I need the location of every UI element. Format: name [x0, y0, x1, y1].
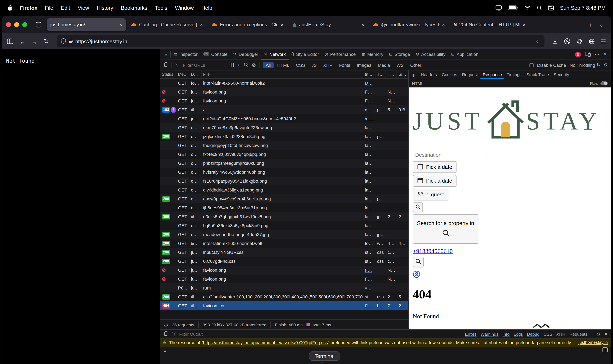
guests-button[interactable]: 1 guest — [413, 189, 448, 200]
console-filter-css[interactable]: CSS — [543, 331, 552, 336]
network-request-row[interactable]: 200 GET .. q0nks5h7ghqgpxh31ws10dv5.png … — [160, 212, 408, 221]
network-column-header[interactable]: D… — [189, 70, 201, 78]
pause-recording-icon[interactable] — [231, 63, 234, 67]
detail-tab-cookies[interactable]: Cookies — [439, 70, 460, 79]
network-type-filter-other[interactable]: Other — [407, 62, 424, 68]
browser-tab-active[interactable]: justhomestay.in/ ✕ — [47, 18, 126, 31]
network-request-row[interactable]: GET c… dlv6dhdrlaw36llgkla1eebg.png la… — [160, 185, 408, 194]
devtools-close-icon[interactable]: ✕ — [603, 52, 607, 57]
network-type-filter-html[interactable]: HTML — [274, 62, 292, 68]
network-request-row[interactable]: PO… ju… rum v… — [160, 284, 408, 292]
menubar-item-file[interactable]: File — [45, 5, 53, 11]
console-filter-xhr[interactable]: XHR — [556, 331, 565, 336]
network-request-row[interactable]: GET fo… inter-latin-ext-600-normal.woff2… — [160, 78, 408, 88]
browser-tab[interactable]: Errors and exceptions · Clou ✕ — [208, 18, 287, 31]
network-column-header[interactable]: Me… — [176, 70, 189, 78]
devtools-tab-memory[interactable]: ▦ Memory — [359, 49, 386, 60]
responsive-design-icon[interactable] — [585, 52, 591, 57]
checkout-date-button[interactable]: Pick a date — [413, 175, 457, 187]
console-filter-debug[interactable]: Debug — [527, 331, 539, 336]
menubar-item-edit[interactable]: Edit — [61, 5, 70, 11]
filter-output-input[interactable] — [179, 331, 224, 336]
battery-icon[interactable] — [508, 5, 518, 10]
network-column-header[interactable]: Si… — [397, 70, 408, 78]
menubar-item-window[interactable]: Window — [175, 5, 194, 11]
menubar-item-view[interactable]: View — [78, 5, 89, 11]
network-request-row[interactable]: GET c… thulgnqqeyp10fo5fmcawc5w.png la… — [160, 141, 408, 150]
network-type-filter-css[interactable]: CSS — [293, 62, 308, 68]
console-filter-logs[interactable]: Logs — [514, 331, 523, 336]
warning-source-link[interactable]: justhomestay.in — [579, 340, 608, 345]
spotlight-search-icon[interactable] — [537, 5, 542, 10]
network-type-filter-media[interactable]: Media — [375, 62, 393, 68]
tab-close-icon[interactable]: ✕ — [280, 23, 284, 27]
menubar-item-help[interactable]: Help — [201, 5, 212, 11]
network-request-row[interactable]: ⊘ GET ju… favicon.png F… N… — [160, 88, 408, 96]
network-column-header[interactable]: File — [201, 70, 363, 78]
network-request-row[interactable]: 200 GET c… jzglcnxlnsx3ajd2238dm8e5.png … — [160, 132, 408, 141]
search-requests-icon[interactable] — [243, 62, 248, 68]
console-settings-gear-icon[interactable]: ⚙ — [596, 331, 600, 336]
network-request-row[interactable]: ⊘ GET ju… favicon.png F… N… — [160, 274, 408, 284]
menubar-app-name[interactable]: Firefox — [20, 5, 38, 11]
network-request-row[interactable]: 200 GET c… esow3pm4x9vo9ee4b6ecl1qb.png … — [160, 194, 408, 203]
wifi-icon[interactable] — [524, 5, 531, 10]
network-type-filter-all[interactable]: All — [263, 62, 273, 68]
minimize-window-button[interactable] — [14, 22, 19, 27]
disable-cache-checkbox[interactable] — [529, 63, 533, 67]
destination-input[interactable]: Destination — [413, 151, 488, 159]
network-column-header[interactable]: T… — [386, 70, 397, 78]
network-request-row[interactable]: GET c… ijh8ues984cu3mlr3m6ur31p.png la… — [160, 203, 408, 212]
network-request-row[interactable]: 200 GET i… meadow-on-the-ridge-40d527.jp… — [160, 230, 408, 239]
block-requests-icon[interactable]: ⊘ — [251, 62, 256, 68]
detail-tab-response[interactable]: Response — [480, 70, 504, 79]
devtools-tab-application[interactable]: ⊞ Application — [448, 49, 481, 60]
bookmark-star-icon[interactable]: ☆ — [536, 38, 540, 44]
network-request-row[interactable]: ⊘ GET ju… favicon.png F… N… — [160, 96, 408, 105]
tab-close-icon[interactable]: ✕ — [361, 23, 364, 27]
devtools-tab-storage[interactable]: ⊟ Storage — [386, 49, 413, 60]
warning-resource-link[interactable]: https://justhomestay.in/_app/immutable/a… — [203, 340, 328, 345]
display-icon[interactable] — [496, 5, 502, 10]
account-icon[interactable] — [564, 38, 570, 45]
small-search-button[interactable] — [413, 202, 423, 212]
network-column-header[interactable]: In… — [363, 70, 376, 78]
phone-link[interactable]: +918394060610 — [413, 248, 453, 255]
checkin-date-button[interactable]: Pick a date — [413, 161, 457, 173]
console-warning-row[interactable]: ⚠ The resource at “https://justhomestay.… — [160, 338, 611, 347]
network-type-filter-ws[interactable]: WS — [394, 62, 406, 68]
control-center-icon[interactable] — [548, 5, 554, 11]
search-property-button[interactable]: Search for a property in — [413, 214, 478, 244]
performance-analysis-icon[interactable]: ◷ — [164, 322, 168, 327]
tab-close-icon[interactable]: ✕ — [119, 23, 123, 27]
close-window-button[interactable] — [6, 22, 11, 27]
network-request-row[interactable]: 200 GET .. inter-latin-ext-600-normal.wo… — [160, 239, 408, 248]
console-input-row[interactable]: » — [160, 347, 611, 355]
network-type-filter-js[interactable]: JS — [309, 62, 320, 68]
filter-urls-input[interactable] — [183, 63, 227, 67]
tab-list-chevron-icon[interactable]: ⌄ — [595, 21, 607, 28]
detail-tab-request[interactable]: Request — [460, 70, 480, 79]
devtools-tab-accessibility[interactable]: ⊙ Accessibility — [413, 49, 448, 60]
network-request-row[interactable]: GET c… h7isralyl4wc60jwdqbn46ph.png la… — [160, 168, 408, 177]
clear-console-icon[interactable] — [163, 331, 168, 337]
devtools-tab-debugger[interactable]: ↷ Debugger — [230, 49, 261, 60]
browser-tab[interactable]: @cloudflare/worker-types Re ✕ — [369, 18, 449, 31]
search-button-2[interactable] — [413, 257, 424, 267]
network-request-row[interactable]: 200 GET ju… input.DyIYYGUF.css st… css c… — [160, 248, 408, 257]
console-filter-info[interactable]: Info — [502, 331, 510, 336]
detail-tab-headers[interactable]: Headers — [418, 70, 439, 79]
lock-icon[interactable] — [69, 41, 72, 43]
meatball-menu-icon[interactable]: ⋯ — [595, 52, 599, 57]
menubar-item-history[interactable]: History — [97, 5, 113, 11]
forward-button[interactable]: → — [32, 38, 38, 45]
devtools-tab-inspector[interactable]: ▤ Inspector — [171, 49, 200, 60]
apple-menu-icon[interactable] — [7, 5, 13, 11]
browser-tab[interactable]: JustHomeStay ✕ — [289, 18, 368, 31]
firefox-view-icon[interactable] — [33, 19, 44, 30]
network-request-row[interactable]: GET c… qkm70me8xc3p6avquto226ow.png la… — [160, 123, 408, 132]
sidebar-toggle-icon[interactable] — [7, 39, 13, 44]
back-button[interactable]: ← — [19, 38, 26, 45]
disable-cache-label[interactable]: Disable Cache — [537, 63, 566, 67]
console-close-icon[interactable]: ✕ — [604, 331, 608, 336]
